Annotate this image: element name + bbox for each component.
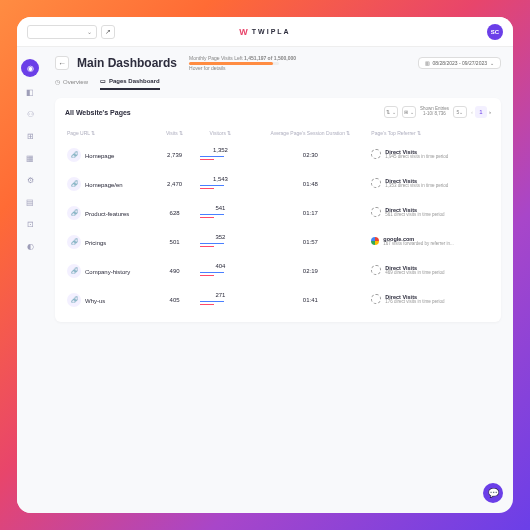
quota-hover-hint: Hover for details — [189, 65, 296, 71]
tab-overview-label: Overview — [63, 79, 88, 85]
external-link-icon[interactable]: ↗ — [101, 25, 115, 39]
sparkline — [200, 240, 240, 248]
ref-subtitle: 561 direct visits in time period — [385, 213, 444, 218]
back-button[interactable]: ← — [55, 56, 69, 70]
ref-subtitle: 469 direct visits in time period — [385, 271, 444, 276]
pages-table: Page URL ⇅ Visits ⇅ Visitors ⇅ Average P… — [65, 126, 491, 314]
tab-pages-dashboard[interactable]: ▭Pages Dashboard — [100, 77, 160, 90]
pages-card: All Website's Pages ⇅ ⌄ ⊞ ⌄ Shown Entrie… — [55, 98, 501, 322]
url-selector[interactable]: ⌄ — [27, 25, 97, 39]
duration-cell: 01:57 — [251, 227, 369, 256]
content: ← Main Dashboards Monthly Page Visits Le… — [43, 47, 513, 513]
nav-apps-icon[interactable]: ⊡ — [23, 217, 37, 231]
page-url: Company-history — [85, 268, 130, 274]
nav-heatmap-icon[interactable]: ▦ — [23, 151, 37, 165]
sparkline — [200, 298, 240, 306]
nav-analytics-icon[interactable]: ⊞ — [23, 129, 37, 143]
referrer-cell: Direct Visits469 direct visits in time p… — [371, 265, 489, 276]
nav-help-icon[interactable]: ◐ — [23, 239, 37, 253]
page-size-selector[interactable]: 5 ⌄ — [453, 106, 467, 118]
col-url[interactable]: Page URL ⇅ — [65, 126, 160, 140]
overview-icon: ◷ — [55, 78, 60, 85]
link-icon: 🔗 — [67, 177, 81, 191]
main-area: ◉ ◧ ⚇ ⊞ ▦ ⚙ ▤ ⊡ ◐ ← Main Dashboards Mont… — [17, 47, 513, 513]
ref-subtitle: 176 direct visits in time period — [385, 300, 444, 305]
nav-calendar-icon[interactable]: ▤ — [23, 195, 37, 209]
pages-icon: ▭ — [100, 77, 106, 84]
duration-cell: 01:41 — [251, 285, 369, 314]
table-row[interactable]: 🔗Why-us40527101:41Direct Visits176 direc… — [65, 285, 491, 314]
nav-settings-icon[interactable]: ⚙ — [23, 173, 37, 187]
link-icon: 🔗 — [67, 235, 81, 249]
col-referrer[interactable]: Page's Top Referrer ⇅ — [369, 126, 491, 140]
next-page-icon[interactable]: › — [489, 109, 491, 115]
logo-mark-icon: W — [239, 27, 250, 37]
user-avatar[interactable]: SC — [487, 24, 503, 40]
sparkline — [200, 211, 240, 219]
page-url: Homepage — [85, 152, 114, 158]
quota-label: Monthly Page Visits Left — [189, 55, 243, 61]
page-header: ← Main Dashboards Monthly Page Visits Le… — [55, 55, 501, 71]
tab-overview[interactable]: ◷Overview — [55, 77, 88, 90]
visits-cell: 2,470 — [160, 169, 190, 198]
direct-icon — [371, 178, 381, 188]
page-url: Product-features — [85, 210, 129, 216]
table-row[interactable]: 🔗Company-history49040402:19Direct Visits… — [65, 256, 491, 285]
visits-cell: 490 — [160, 256, 190, 285]
sparkline — [200, 153, 240, 161]
visits-cell: 501 — [160, 227, 190, 256]
link-icon: 🔗 — [67, 264, 81, 278]
columns-button[interactable]: ⊞ ⌄ — [402, 106, 416, 118]
visitors-cell: 352 — [190, 227, 252, 256]
page-url: Pricings — [85, 239, 106, 245]
table-row[interactable]: 🔗Homepage/en2,4701,54301:48Direct Visits… — [65, 169, 491, 198]
page-number[interactable]: 1 — [475, 106, 487, 118]
chat-float-button[interactable]: 💬 — [483, 483, 503, 503]
col-duration[interactable]: Average Page's Session Duration ⇅ — [251, 126, 369, 140]
quota-widget: Monthly Page Visits Left 1,451,197 of 1,… — [189, 55, 296, 71]
referrer-cell: Direct Visits1,353 direct visits in time… — [371, 178, 489, 189]
table-row[interactable]: 🔗Homepage2,7391,35202:30Direct Visits1,9… — [65, 140, 491, 169]
card-title: All Website's Pages — [65, 109, 131, 116]
calendar-icon: ▥ — [425, 60, 430, 66]
page-title: Main Dashboards — [77, 56, 177, 70]
visitors-cell: 541 — [190, 198, 252, 227]
topbar: ⌄ ↗ W TWIPLA SC — [17, 17, 513, 47]
tab-bar: ◷Overview ▭Pages Dashboard — [55, 77, 501, 90]
direct-icon — [371, 265, 381, 275]
date-range-picker[interactable]: ▥ 08/28/2023 - 09/27/2023 ⌄ — [418, 57, 502, 69]
quota-fill — [189, 62, 273, 65]
table-header: Page URL ⇅ Visits ⇅ Visitors ⇅ Average P… — [65, 126, 491, 140]
visitors-cell: 1,352 — [190, 140, 252, 169]
direct-icon — [371, 294, 381, 304]
col-visits[interactable]: Visits ⇅ — [160, 126, 190, 140]
duration-cell: 02:30 — [251, 140, 369, 169]
ref-subtitle: 1,353 direct visits in time period — [385, 184, 448, 189]
sidebar: ◉ ◧ ⚇ ⊞ ▦ ⚙ ▤ ⊡ ◐ — [17, 47, 43, 513]
referrer-cell: Direct Visits561 direct visits in time p… — [371, 207, 489, 218]
ref-subtitle: 1,945 direct visits in time period — [385, 155, 448, 160]
referrer-cell: Direct Visits176 direct visits in time p… — [371, 294, 489, 305]
shown-entries: Shown Entries 1-10/ 8,736 — [420, 107, 449, 117]
prev-page-icon[interactable]: ‹ — [471, 109, 473, 115]
table-row[interactable]: 🔗Pricings50135201:57google.com167 visits… — [65, 227, 491, 256]
duration-cell: 01:17 — [251, 198, 369, 227]
ref-subtitle: 167 visits forwarded by referrer in... — [383, 242, 454, 247]
tab-pages-label: Pages Dashboard — [109, 78, 160, 84]
visits-cell: 628 — [160, 198, 190, 227]
nav-pages-icon[interactable]: ◧ — [23, 85, 37, 99]
chevron-down-icon: ⌄ — [490, 60, 494, 66]
visitors-cell: 404 — [190, 256, 252, 285]
col-visitors[interactable]: Visitors ⇅ — [190, 126, 252, 140]
link-icon: 🔗 — [67, 293, 81, 307]
app-frame: ⌄ ↗ W TWIPLA SC ◉ ◧ ⚇ ⊞ ▦ ⚙ ▤ ⊡ ◐ ← Main… — [17, 17, 513, 513]
pager: ‹ 1 › — [471, 106, 491, 118]
table-row[interactable]: 🔗Product-features62854101:17Direct Visit… — [65, 198, 491, 227]
nav-dashboard-icon[interactable]: ◉ — [21, 59, 39, 77]
referrer-cell: google.com167 visits forwarded by referr… — [371, 236, 489, 247]
filter-button[interactable]: ⇅ ⌄ — [384, 106, 398, 118]
nav-visitors-icon[interactable]: ⚇ — [23, 107, 37, 121]
shown-value: 1-10/ 8,736 — [420, 112, 449, 117]
visitors-cell: 1,543 — [190, 169, 252, 198]
google-icon — [371, 237, 379, 245]
